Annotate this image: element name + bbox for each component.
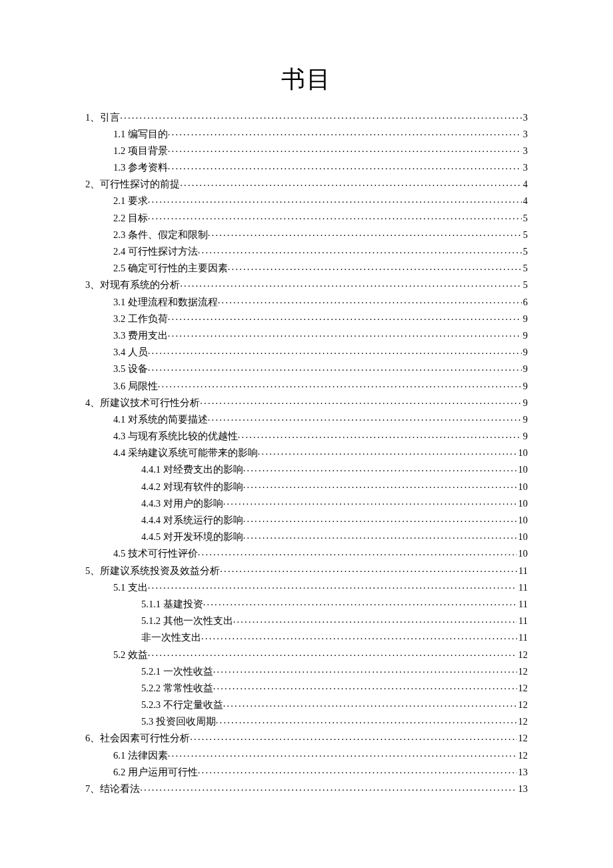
toc-leader-dots: [148, 346, 522, 356]
toc-leader-dots: [208, 228, 522, 238]
toc-entry-page: 6: [522, 297, 528, 307]
toc-entry[interactable]: 4.4.4 对系统运行的影响10: [85, 514, 528, 525]
toc-entry-label: 4.4.1 对经费支出的影响: [141, 465, 243, 475]
toc-entry[interactable]: 4、所建议技术可行性分析9: [85, 396, 528, 407]
toc-entry[interactable]: 6.1 法律因素12: [85, 749, 528, 760]
toc-entry-page: 11: [517, 583, 528, 593]
toc-entry-page: 12: [517, 751, 528, 761]
toc-entry-page: 12: [517, 683, 528, 693]
toc-entry-page: 9: [522, 331, 528, 341]
toc-entry[interactable]: 3.4 人员9: [85, 346, 528, 357]
toc-entry[interactable]: 4.4.1 对经费支出的影响10: [85, 463, 528, 475]
toc-leader-dots: [220, 564, 517, 574]
toc-entry[interactable]: 7、结论看法13: [85, 783, 528, 794]
toc-leader-dots: [168, 312, 522, 322]
toc-entry[interactable]: 3.3 费用支出9: [85, 329, 528, 340]
toc-entry-label: 4.4.4 对系统运行的影响: [141, 515, 243, 525]
toc-entry-label: 2.1 要求: [113, 196, 148, 206]
toc-entry[interactable]: 2.3 条件、假定和限制5: [85, 228, 528, 239]
toc-leader-dots: [198, 547, 517, 557]
toc-entry[interactable]: 4.4 采纳建议系统可能带来的影响10: [85, 447, 528, 458]
toc-leader-dots: [238, 430, 522, 440]
toc-leader-dots: [208, 413, 522, 423]
toc-entry[interactable]: 非一次性支出11: [85, 631, 528, 643]
toc-entry-page: 3: [522, 129, 528, 139]
toc-leader-dots: [168, 144, 522, 154]
toc-entry[interactable]: 6、社会因素可行性分析12: [85, 732, 528, 743]
toc-entry[interactable]: 3、对现有系统的分析5: [85, 279, 528, 290]
toc-entry[interactable]: 3.5 设备9: [85, 363, 528, 374]
toc-entry[interactable]: 5.2.1 一次性收益12: [85, 665, 528, 676]
toc-entry[interactable]: 4.4.3 对用户的影响10: [85, 497, 528, 508]
toc-entry[interactable]: 4.4.5 对开发环境的影响10: [85, 531, 528, 542]
toc-entry-label: 2.2 目标: [113, 213, 148, 223]
toc-entry[interactable]: 2.1 要求4: [85, 195, 528, 206]
toc-leader-dots: [148, 363, 522, 373]
toc-entry-label: 3.3 费用支出: [113, 331, 168, 341]
toc-entry[interactable]: 3.6 局限性9: [85, 379, 528, 391]
toc-entry-label: 6.1 法律因素: [113, 751, 168, 761]
toc-entry[interactable]: 6.2 用户运用可行性13: [85, 765, 528, 777]
toc-entry[interactable]: 2、可行性探讨的前提4: [85, 178, 528, 189]
toc-entry-label: 4.5 技术可行性评价: [113, 549, 198, 559]
toc-leader-dots: [223, 497, 517, 507]
table-of-contents: 1、引言31.1 编写目的31.2 项目背景31.3 参考资料32、可行性探讨的…: [85, 111, 528, 794]
toc-entry-page: 9: [522, 347, 528, 357]
toc-entry[interactable]: 4.3 与现有系统比较的优越性9: [85, 430, 528, 441]
toc-entry-label: 3、对现有系统的分析: [85, 280, 180, 290]
toc-entry[interactable]: 5.2.3 不行定量收益12: [85, 699, 528, 710]
toc-entry-page: 3: [522, 163, 528, 173]
toc-entry-label: 4、所建议技术可行性分析: [85, 398, 200, 408]
toc-entry-page: 4: [522, 196, 528, 206]
toc-entry-page: 11: [517, 566, 528, 576]
toc-leader-dots: [180, 279, 522, 289]
toc-entry[interactable]: 1.2 项目背景3: [85, 144, 528, 155]
toc-entry[interactable]: 1.1 编写目的3: [85, 127, 528, 139]
toc-leader-dots: [168, 749, 517, 759]
toc-entry-page: 9: [522, 314, 528, 324]
toc-entry-page: 12: [517, 733, 528, 743]
toc-entry-label: 4.1 对系统的简要描述: [113, 415, 208, 425]
toc-leader-dots: [213, 665, 517, 675]
toc-entry[interactable]: 2.5 确定可行性的主要因素5: [85, 262, 528, 273]
toc-leader-dots: [203, 597, 517, 607]
toc-entry-label: 非一次性支出: [141, 633, 201, 643]
toc-entry-page: 9: [522, 364, 528, 374]
toc-leader-dots: [198, 765, 517, 775]
toc-entry-label: 5.3 投资回收周期: [141, 717, 216, 727]
toc-entry-page: 5: [522, 213, 528, 223]
toc-entry-page: 9: [522, 398, 528, 408]
toc-leader-dots: [148, 581, 517, 591]
toc-leader-dots: [223, 699, 517, 709]
toc-entry[interactable]: 4.5 技术可行性评价 10: [85, 547, 528, 559]
toc-entry[interactable]: 5、所建议系统投资及效益分析11: [85, 564, 528, 575]
toc-entry[interactable]: 4.1 对系统的简要描述9: [85, 413, 528, 424]
toc-entry-label: 4.3 与现有系统比较的优越性: [113, 431, 238, 441]
toc-entry-label: 1.2 项目背景: [113, 146, 168, 156]
toc-entry[interactable]: 3.2 工作负荷9: [85, 312, 528, 323]
toc-entry[interactable]: 5.2.2 常常性收益12: [85, 681, 528, 693]
toc-leader-dots: [180, 178, 522, 188]
toc-entry[interactable]: 3.1 处理流程和数据流程6: [85, 295, 528, 307]
toc-entry-label: 2、可行性探讨的前提: [85, 179, 180, 189]
toc-entry-page: 11: [517, 616, 528, 626]
toc-entry-page: 10: [517, 532, 528, 542]
toc-entry[interactable]: 2.2 目标5: [85, 211, 528, 223]
toc-entry[interactable]: 5.3 投资回收周期 12: [85, 715, 528, 727]
toc-entry[interactable]: 5.1.2 其他一次性支出11: [85, 615, 528, 626]
toc-entry[interactable]: 5.2 效益12: [85, 648, 528, 659]
toc-entry-page: 5: [522, 280, 528, 290]
toc-entry[interactable]: 5.1.1 基建投资11: [85, 597, 528, 609]
toc-leader-dots: [140, 783, 516, 793]
toc-entry[interactable]: 2.4 可行性探讨方法5: [85, 245, 528, 257]
toc-entry[interactable]: 5.1 支出11: [85, 581, 528, 592]
toc-entry-page: 3: [522, 146, 528, 156]
toc-entry-page: 12: [517, 700, 528, 710]
toc-leader-dots: [148, 211, 522, 221]
toc-leader-dots: [168, 127, 522, 137]
toc-entry[interactable]: 1、引言3: [85, 111, 528, 122]
toc-entry[interactable]: 4.4.2 对现有软件的影响10: [85, 480, 528, 491]
toc-entry-page: 12: [517, 667, 528, 677]
toc-entry[interactable]: 1.3 参考资料3: [85, 161, 528, 173]
toc-leader-dots: [243, 531, 517, 541]
